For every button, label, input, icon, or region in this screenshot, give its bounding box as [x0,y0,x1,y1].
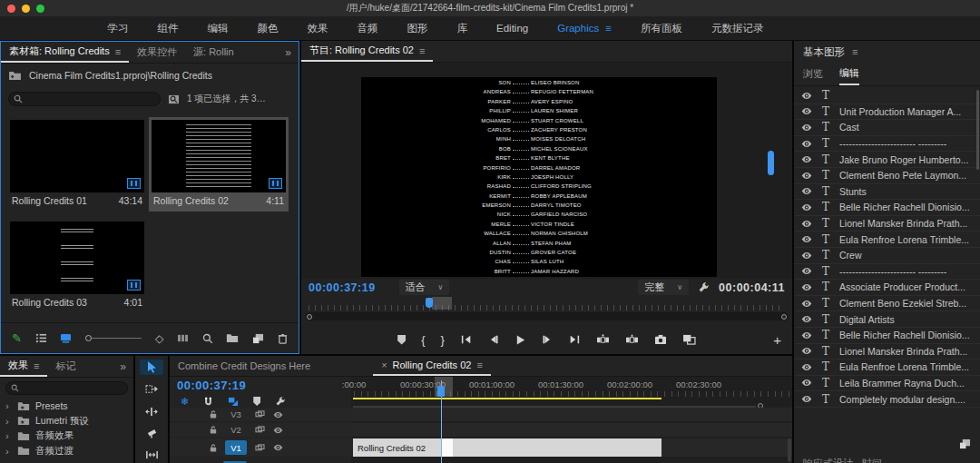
export-frame-button[interactable] [654,334,667,345]
selection-tool[interactable] [140,360,163,375]
linked-selection-icon[interactable] [228,397,239,407]
add-marker-icon[interactable] [253,397,260,406]
workspace-tab[interactable]: 学习≡ [93,16,143,40]
item-thumbnail[interactable] [152,120,286,192]
search-icon[interactable] [202,333,213,344]
track-output-eye-icon[interactable] [273,444,283,451]
twirl-arrow-icon[interactable]: › [5,430,12,441]
tab-sequence-rolling-credits-02[interactable]: × Rolling Credits 02 ≡ [373,356,491,376]
graphics-layer-row[interactable]: T ------------------------ --------- [794,264,980,281]
project-item-rolling-credits-01[interactable]: Rolling Credits 01 43:14 [10,120,144,209]
new-bin-icon[interactable] [226,333,239,343]
twirl-arrow-icon[interactable]: › [5,446,12,457]
effects-folder-row[interactable]: › ★ 音频效果 [0,429,133,444]
graphics-layer-row[interactable]: T Crew [794,248,980,264]
graphics-layer-row[interactable]: T Lionel Mansker Brinda Prath... [794,216,980,232]
timeline-clip-rolling-credits-02[interactable]: Rolling Credits 02 [353,438,662,457]
track-header[interactable]: V1 [170,438,351,457]
layer-visibility-eye-icon[interactable] [801,140,812,148]
panel-overflow-icon[interactable]: » [113,360,133,373]
project-item-rolling-credits-03[interactable]: Rolling Credits 03 4:01 [10,222,144,310]
timeline-playhead-timecode[interactable]: 00:00:37:19 [170,377,351,395]
project-search-input[interactable] [8,92,161,106]
graphics-layer-row[interactable]: T Cast [794,120,980,136]
effects-folder-row[interactable]: › ★ 音频过渡 [0,444,133,459]
thumbnail-zoom-slider[interactable] [85,335,142,341]
graphics-layer-row[interactable]: T Belle Richer Rachell Dionisio... [794,328,980,344]
track-output-eye-icon[interactable] [273,411,283,419]
item-thumbnail[interactable] [10,120,144,192]
source-patch-icon[interactable] [255,410,265,419]
nest-sequence-toggle-icon[interactable]: ❄ [181,396,189,408]
layer-visibility-eye-icon[interactable] [801,283,812,291]
panel-menu-icon[interactable]: ≡ [34,360,39,371]
tab-source-monitor[interactable]: 源: Rollin [185,42,242,63]
panel-menu-icon[interactable]: ≡ [476,360,482,370]
button-editor-plus-button[interactable]: + [773,332,781,348]
track-target-toggle[interactable]: V3 [225,409,247,420]
panel-menu-icon[interactable]: ≡ [419,45,425,56]
graphics-layer-row[interactable]: T Completely modular design.... [794,391,980,408]
twirl-arrow-icon[interactable]: › [5,416,12,427]
layer-visibility-eye-icon[interactable] [801,155,812,163]
workspace-tab[interactable]: 编辑≡ [193,16,243,40]
layer-visibility-eye-icon[interactable] [801,251,812,260]
layer-visibility-eye-icon[interactable] [801,235,812,243]
workspace-menu-icon[interactable]: ≡ [605,23,612,34]
layer-visibility-eye-icon[interactable] [801,92,812,100]
item-thumbnail[interactable] [10,222,144,294]
layer-visibility-eye-icon[interactable] [801,300,812,308]
track-header[interactable]: V3 [170,408,351,421]
icon-view-icon[interactable] [60,333,72,343]
breadcrumb[interactable]: Cinema Film Credits1.prproj\Rolling Cred… [29,70,212,81]
track-lane-v2[interactable] [351,423,792,437]
workspace-tab[interactable]: 效果≡ [293,16,343,40]
settings-wrench-icon[interactable] [698,281,710,293]
workspace-tab[interactable]: 所有面板≡ [626,16,697,40]
razor-tool[interactable] [140,426,163,441]
track-lock-icon[interactable] [210,410,217,419]
panel-overflow-icon[interactable]: » [278,46,299,59]
workspace-tab[interactable]: 图形≡ [393,16,443,40]
graphics-layer-row[interactable]: T Unit Production Manager A... [794,104,980,121]
tab-project-bin[interactable]: 素材箱: Rolling Credits ≡ [1,42,129,63]
tab-markers[interactable]: 标记 [47,356,83,377]
track-output-eye-icon[interactable] [273,427,283,434]
layer-visibility-eye-icon[interactable] [801,267,812,275]
automate-to-sequence-icon[interactable]: ◇ [155,332,163,345]
track-lock-icon[interactable] [210,444,217,452]
extract-button[interactable] [625,334,639,345]
graphics-layer-row[interactable]: T Clement Beno Ezekiel Streb... [794,296,980,312]
close-tab-icon[interactable]: × [381,360,387,370]
go-to-in-button[interactable] [460,334,473,345]
panel-menu-icon[interactable]: ≡ [115,46,121,57]
layer-visibility-eye-icon[interactable] [801,395,812,403]
workspace-tab[interactable]: 组件≡ [143,16,193,40]
list-view-icon[interactable] [35,333,47,343]
mark-in-button[interactable]: { [421,333,425,347]
lift-button[interactable] [596,334,610,345]
playback-resolution-select[interactable]: 完整∨ [638,280,689,295]
track-target-toggle[interactable]: V2 [225,425,247,436]
twirl-arrow-icon[interactable]: › [5,400,12,411]
snap-magnet-icon[interactable] [203,397,213,407]
graphics-layer-row[interactable]: T Clement Beno Pete Laymon... [794,168,980,184]
layer-visibility-eye-icon[interactable] [801,347,812,355]
workspace-tab[interactable]: 元数据记录≡ [697,16,779,40]
monitor-scrollbar[interactable] [768,151,774,175]
track-target-toggle[interactable]: V1 [225,440,247,455]
layer-visibility-eye-icon[interactable] [801,172,812,180]
zoom-level-select[interactable]: 适合∨ [399,280,450,295]
source-patch-icon[interactable] [255,444,265,452]
workspace-tab[interactable]: Editing≡ [482,16,543,40]
tab-program-monitor[interactable]: 节目: Rolling Credits 02 ≡ [301,41,433,62]
project-item-rolling-credits-02[interactable]: Rolling Credits 02 4:11 [152,120,286,209]
effects-search-input[interactable] [5,381,128,395]
monitor-zoom-handle[interactable] [432,297,452,310]
timeline-settings-wrench-icon[interactable] [275,396,286,407]
graphics-layer-row[interactable]: T Associate Producer Product... [794,280,980,296]
tab-edit[interactable]: 编辑 [839,63,859,85]
timeline-playhead-handle[interactable] [437,386,445,397]
trash-icon[interactable] [278,333,288,344]
layer-visibility-eye-icon[interactable] [801,187,812,195]
